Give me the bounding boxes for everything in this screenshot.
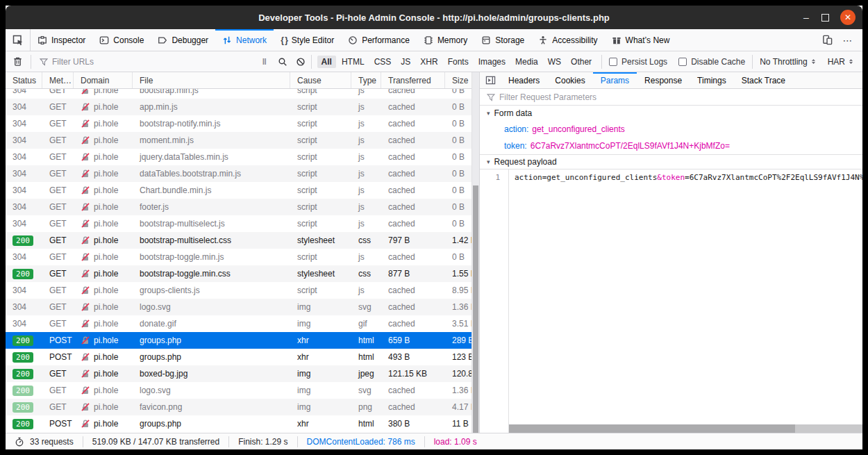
table-row[interactable]: 304GETpi.holedataTables.bootstrap.min.js… (6, 165, 471, 182)
details-tab-timings[interactable]: Timings (690, 72, 734, 88)
close-button[interactable]: ✕ (840, 10, 856, 25)
table-row[interactable]: 304GETpi.holegroups-clients.jsscriptjsca… (6, 282, 471, 299)
file-cell: bootstrap-toggle.min.js (140, 252, 224, 262)
column-header-size[interactable]: Size (445, 72, 471, 88)
disable-cache-checkbox[interactable] (678, 58, 687, 66)
meatball-menu-button[interactable]: ⋯ (839, 32, 857, 49)
devtools-window: Developer Tools - Pi-hole Admin Console … (6, 6, 862, 449)
table-row[interactable]: 304GETpi.holebootstrap.min.jsscriptjscac… (6, 89, 471, 99)
toolbar-separator (31, 55, 31, 69)
table-row[interactable]: 304GETpi.holebootstrap-toggle.min.jsscri… (6, 249, 471, 265)
tab-debugger[interactable]: Debugger (151, 29, 215, 51)
filter-pill-images[interactable]: Images (474, 56, 510, 68)
size-cell: 4.17 KB (452, 402, 471, 412)
filter-pill-js[interactable]: JS (397, 56, 415, 68)
tab-storage[interactable]: Storage (474, 29, 531, 51)
throttling-dropdown[interactable]: No Throttling (754, 57, 821, 67)
har-dropdown[interactable]: HAR (822, 57, 862, 67)
pause-traffic-button[interactable]: ‖ (256, 56, 274, 67)
column-header-type[interactable]: Type (351, 72, 381, 88)
scrollbar-thumb[interactable] (509, 424, 795, 433)
filter-pill-other[interactable]: Other (567, 56, 596, 68)
column-header-cause[interactable]: Cause (290, 72, 351, 88)
filter-pill-media[interactable]: Media (511, 56, 542, 68)
tab-performance[interactable]: Performance (341, 29, 417, 51)
method-cell: GET (49, 369, 67, 379)
pick-element-button[interactable] (6, 29, 31, 51)
form-data-section-header[interactable]: ▾ Form data (480, 106, 862, 121)
table-row[interactable]: 200GETpi.holebootstrap-multiselect.cssst… (6, 232, 471, 249)
table-row[interactable]: 304GETpi.holelogo.svgimgsvgcached1.36 KB (6, 299, 471, 315)
load-time[interactable]: load: 1.09 s (424, 436, 486, 447)
table-row[interactable]: 304GETpi.holedonate.gifimggifcached3.51 … (6, 315, 471, 332)
filter-request-parameters-input[interactable]: Filter Request Parameters (480, 89, 862, 106)
details-tab-headers[interactable]: Headers (501, 72, 547, 88)
column-header-domain[interactable]: Domain (74, 72, 133, 88)
method-cell: GET (49, 302, 67, 312)
type-cell: html (358, 419, 374, 429)
title-bar[interactable]: Developer Tools - Pi-hole Admin Console … (6, 6, 862, 29)
scrollbar-thumb[interactable] (473, 185, 478, 433)
disable-cache-toggle[interactable]: Disable Cache (673, 57, 751, 67)
maximize-button[interactable] (821, 14, 829, 22)
details-tab-params[interactable]: Params (593, 72, 637, 88)
filter-pill-all[interactable]: All (317, 56, 336, 68)
block-request-button[interactable] (292, 57, 310, 67)
column-header-transferred[interactable]: Transferred (381, 72, 445, 88)
tab-style-editor[interactable]: { }Style Editor (274, 29, 341, 51)
transferred-cell: cached (388, 119, 415, 129)
tab-console[interactable]: Console (92, 29, 151, 51)
table-row[interactable]: 200GETpi.holefavicon.pngimgpngcached4.17… (6, 399, 471, 415)
tab-what-s-new[interactable]: What’s New (605, 29, 677, 51)
payload-horizontal-scrollbar[interactable] (509, 424, 862, 433)
table-row[interactable]: 304GETpi.holejquery.dataTables.min.jsscr… (6, 149, 471, 165)
column-header-status[interactable]: Status (6, 72, 42, 88)
domcontentloaded-time[interactable]: DOMContentLoaded: 786 ms (297, 436, 424, 447)
sidebar-toggle-button[interactable] (480, 72, 501, 88)
lock-slash-icon (81, 252, 90, 262)
details-tab-cookies[interactable]: Cookies (547, 72, 592, 88)
table-row[interactable]: 304GETpi.holebootstrap-multiselect.jsscr… (6, 215, 471, 232)
responsive-design-button[interactable] (818, 32, 836, 49)
filter-pill-fonts[interactable]: Fonts (444, 56, 473, 68)
table-row[interactable]: 200GETpi.holebootstrap-toggle.min.csssty… (6, 265, 471, 282)
request-list-scrollbar[interactable] (471, 72, 479, 433)
filter-pill-ws[interactable]: WS (544, 56, 565, 68)
details-tab-response[interactable]: Response (637, 72, 690, 88)
filter-pill-html[interactable]: HTML (337, 56, 369, 68)
persist-logs-checkbox[interactable] (609, 58, 617, 66)
details-tab-stack-trace[interactable]: Stack Trace (734, 72, 793, 88)
table-row[interactable]: 304GETpi.holeChart.bundle.min.jsscriptjs… (6, 182, 471, 199)
tab-network[interactable]: Network (215, 29, 274, 51)
tab-inspector[interactable]: Inspector (31, 29, 92, 51)
table-row[interactable]: 200POSTpi.holegroups.phpxhrhtml380 B11 B (6, 415, 471, 432)
request-payload-section-header[interactable]: ▾ Request payload (480, 154, 862, 169)
filter-pill-css[interactable]: CSS (370, 56, 396, 68)
method-cell: GET (49, 286, 67, 295)
persist-logs-toggle[interactable]: Persist Logs (603, 57, 673, 67)
table-row[interactable]: 200GETpi.holeboxed-bg.jpgimgjpeg121.15 K… (6, 365, 471, 382)
cause-cell: script (297, 102, 317, 112)
type-filter-pills: AllHTMLCSSJSXHRFontsImagesMediaWSOther (313, 56, 600, 68)
column-header-file[interactable]: File (133, 72, 290, 88)
clear-requests-button[interactable] (6, 56, 29, 67)
lock-slash-icon (81, 152, 90, 162)
filter-pill-xhr[interactable]: XHR (416, 56, 442, 68)
search-button[interactable] (274, 57, 292, 67)
cause-cell: xhr (297, 352, 309, 362)
table-row[interactable]: 304GETpi.holebootstrap-notify.min.jsscri… (6, 115, 471, 132)
table-row[interactable]: 304GETpi.holemoment.min.jsscriptjscached… (6, 132, 471, 149)
minimize-button[interactable]: – (802, 14, 810, 21)
tab-memory[interactable]: Memory (417, 29, 474, 51)
table-row[interactable]: 304GETpi.holefooter.jsscriptjscached0 B (6, 199, 471, 215)
filter-urls-input[interactable]: Filter URLs (33, 57, 256, 67)
file-cell: groups.php (140, 419, 181, 429)
table-row[interactable]: 200GETpi.holelogo.svgimgsvgcached1.36 KB (6, 382, 471, 399)
request-payload-editor[interactable]: 1 action=get_unconfigured_clients&token=… (480, 169, 862, 433)
tab-accessibility[interactable]: Accessibility (531, 29, 604, 51)
column-header-met[interactable]: Met… (42, 72, 74, 88)
table-row[interactable]: 200POSTpi.holegroups.phpxhrhtml659 B289 … (6, 332, 471, 349)
transferred-cell: cached (388, 202, 415, 212)
table-row[interactable]: 304GETpi.holeapp.min.jsscriptjscached0 B (6, 99, 471, 115)
table-row[interactable]: 200POSTpi.holegroups.phpxhrhtml493 B123 … (6, 349, 471, 365)
